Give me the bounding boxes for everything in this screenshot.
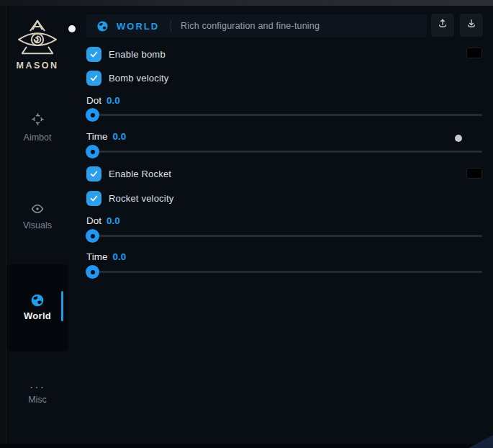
backdrop-corner-wedge <box>469 435 493 448</box>
brand-logo: MASON <box>6 19 68 71</box>
rocket-dot-slider-track[interactable] <box>86 235 482 237</box>
bomb-time-slider-label: Time 0.0 <box>86 131 126 142</box>
sidebar-item-label: Visuals <box>6 220 68 230</box>
slider-name: Dot <box>86 95 101 106</box>
sidebar-item-label: World <box>6 310 68 321</box>
sidebar-item-visuals[interactable]: Visuals <box>6 204 68 230</box>
rocket-time-slider-track[interactable] <box>86 271 482 273</box>
bomb-dot-slider-track[interactable] <box>86 114 482 116</box>
rocket-velocity-row: Rocket velocity <box>86 191 173 206</box>
rocket-time-slider-label: Time 0.0 <box>86 251 126 262</box>
brand-name: MASON <box>6 61 68 71</box>
sidebar-item-misc[interactable]: ··· Misc <box>6 384 68 405</box>
sidebar-item-world-active[interactable]: World <box>6 264 68 351</box>
active-tab-title: WORLD <box>117 21 159 32</box>
ellipsis-icon: ··· <box>6 384 68 391</box>
enable-rocket-row: Enable Rocket <box>86 166 171 182</box>
bomb-dot-slider-thumb[interactable] <box>86 108 99 122</box>
rocket-time-slider-thumb[interactable] <box>86 265 99 279</box>
bomb-velocity-row: Bomb velocity <box>86 71 169 86</box>
sidebar-item-label: Aimbot <box>6 133 68 143</box>
slider-name: Dot <box>86 215 101 226</box>
checkbox-label: Enable bomb <box>109 49 166 60</box>
cursor-dot <box>68 25 76 32</box>
slider-value: 0.0 <box>107 215 120 226</box>
mod-menu-window: MASON Aimbot Visuals <box>0 0 493 448</box>
cursor-dot-secondary <box>455 135 462 142</box>
checkbox-label: Rocket velocity <box>109 193 173 204</box>
rocket-dot-slider-label: Dot 0.0 <box>86 215 120 226</box>
bomb-velocity-checkbox[interactable] <box>86 71 101 86</box>
checkbox-label: Enable Rocket <box>109 169 171 179</box>
checkbox-label: Bomb velocity <box>109 73 169 84</box>
slider-value: 0.0 <box>113 131 127 142</box>
download-icon <box>466 18 477 32</box>
enable-bomb-checkbox[interactable] <box>86 47 101 62</box>
slider-value: 0.0 <box>113 251 127 262</box>
crosshair-icon <box>6 112 68 129</box>
slider-value: 0.0 <box>107 95 120 106</box>
backdrop-top-edge <box>0 0 493 6</box>
eye-icon <box>6 204 68 217</box>
upload-icon <box>437 18 448 32</box>
backdrop-bottom-edge <box>0 444 493 448</box>
rocket-dot-slider-thumb[interactable] <box>86 229 99 243</box>
sidebar: MASON Aimbot Visuals <box>6 6 68 444</box>
upload-config-button[interactable] <box>431 14 454 37</box>
enable-rocket-color-swatch[interactable] <box>466 168 482 179</box>
backdrop-left-edge <box>0 6 6 448</box>
header-divider <box>171 21 171 32</box>
bomb-time-slider-track[interactable] <box>86 151 482 153</box>
rocket-velocity-checkbox[interactable] <box>86 191 101 206</box>
sidebar-item-aimbot[interactable]: Aimbot <box>6 112 68 143</box>
active-tab-indicator <box>61 291 63 321</box>
bomb-time-slider-thumb[interactable] <box>86 145 99 158</box>
enable-bomb-color-swatch[interactable] <box>466 48 482 58</box>
slider-name: Time <box>86 251 108 262</box>
enable-bomb-row: Enable bomb <box>86 47 166 62</box>
download-config-button[interactable] <box>460 14 483 37</box>
eye-pyramid-icon <box>6 19 68 56</box>
page-header: WORLD Rich configuration and fine-tuning <box>86 14 427 37</box>
enable-rocket-checkbox[interactable] <box>86 166 101 182</box>
header-subtitle: Rich configuration and fine-tuning <box>181 21 320 31</box>
sidebar-item-label: Misc <box>6 395 68 405</box>
slider-name: Time <box>86 131 108 142</box>
bomb-dot-slider-label: Dot 0.0 <box>86 95 120 106</box>
globe-icon <box>96 20 109 32</box>
globe-icon <box>30 293 45 310</box>
